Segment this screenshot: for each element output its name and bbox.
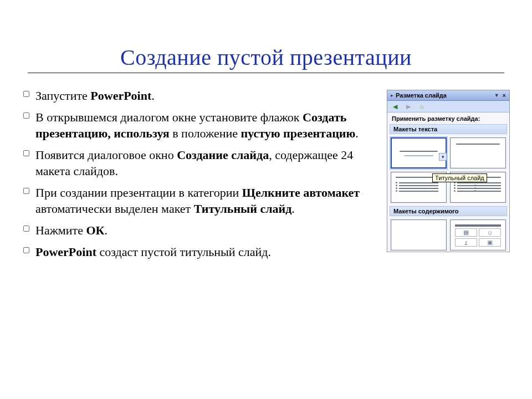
text: . xyxy=(355,126,359,140)
chevron-down-icon[interactable]: ▾ xyxy=(439,153,447,161)
bullet-item: Запустите PowerPoint. xyxy=(35,88,379,104)
title-underline xyxy=(28,73,504,73)
pane-title-label: Разметка слайда xyxy=(396,92,494,99)
text-bold: PowerPoint xyxy=(35,245,96,259)
bullet-list: Запустите PowerPoint. В открывшемся диал… xyxy=(22,88,381,265)
person-icon: ☺ xyxy=(479,228,501,237)
bullet-item: Нажмите ОК. xyxy=(35,222,379,238)
layout-title-only[interactable] xyxy=(450,137,506,168)
text: . xyxy=(151,89,155,103)
text-bold: ОК xyxy=(86,223,104,237)
layout-title-bullet[interactable]: Титульный слайд xyxy=(391,172,447,203)
bullet-item: При создании презентации в категории Щел… xyxy=(35,185,379,217)
text-bold: Титульный слайд xyxy=(194,202,292,216)
bullet-item: Появится диалоговое окно Создание слайда… xyxy=(35,147,379,179)
text-layout-grid: ▾ Титульный слайд xyxy=(387,134,509,206)
layout-content[interactable]: ▦ ☺ ⫫ ▣ xyxy=(450,219,506,250)
text: создаст пустой титульный слайд. xyxy=(96,245,271,259)
text: Нажмите xyxy=(35,223,86,237)
close-icon[interactable]: × xyxy=(503,92,506,99)
text: Запустите xyxy=(35,89,90,103)
forward-icon[interactable]: ▶ xyxy=(404,102,413,111)
slide-title: Создание пустой презентации xyxy=(22,44,510,70)
text-bold: PowerPoint xyxy=(90,89,151,103)
text: в положение xyxy=(170,126,241,140)
slide: Создание пустой презентации Запустите Po… xyxy=(0,0,532,399)
table-icon: ▦ xyxy=(455,228,477,237)
pane-subtitle: Применить разметку слайда: xyxy=(387,112,509,124)
bullet-item: В открывшемся диалогом окне установите ф… xyxy=(35,109,379,141)
pane-title-bar[interactable]: ▸ Разметка слайда ▼ × xyxy=(387,90,509,101)
layout-blank[interactable] xyxy=(391,219,447,250)
tooltip: Титульный слайд xyxy=(432,173,487,182)
text: . xyxy=(291,202,295,216)
text: Появится диалоговое окно xyxy=(35,148,177,162)
content-row: Запустите PowerPoint. В открывшемся диал… xyxy=(22,88,510,265)
text-bold: Щелкните автомакет xyxy=(242,186,360,200)
bullet-item: PowerPoint создаст пустой титульный слай… xyxy=(35,244,379,260)
chevron-icon: ▸ xyxy=(391,93,393,98)
pane-section-content-layouts: Макеты содержимого xyxy=(390,206,507,216)
layout-title-slide[interactable]: ▾ xyxy=(391,137,447,168)
back-icon[interactable]: ◀ xyxy=(391,102,400,111)
chart-icon: ⫫ xyxy=(455,238,477,247)
task-pane: ▸ Разметка слайда ▼ × ◀ ▶ ⌂ Применить ра… xyxy=(387,90,510,252)
dropdown-icon[interactable]: ▼ xyxy=(494,93,499,98)
pane-section-text-layouts: Макеты текста xyxy=(390,124,507,134)
pane-toolbar: ◀ ▶ ⌂ xyxy=(387,101,509,112)
text: В открывшемся диалогом окне установите ф… xyxy=(35,110,303,124)
text: . xyxy=(105,223,108,237)
text: автоматически выделен макет xyxy=(35,202,194,216)
media-icon: ▣ xyxy=(479,238,501,247)
text-bold: Создание слайда xyxy=(177,148,269,162)
text-bold: пустую презентацию xyxy=(241,126,356,140)
home-icon[interactable]: ⌂ xyxy=(417,102,426,111)
content-layout-grid: ▦ ☺ ⫫ ▣ xyxy=(387,216,509,252)
text: При создании презентации в категории xyxy=(35,186,242,200)
